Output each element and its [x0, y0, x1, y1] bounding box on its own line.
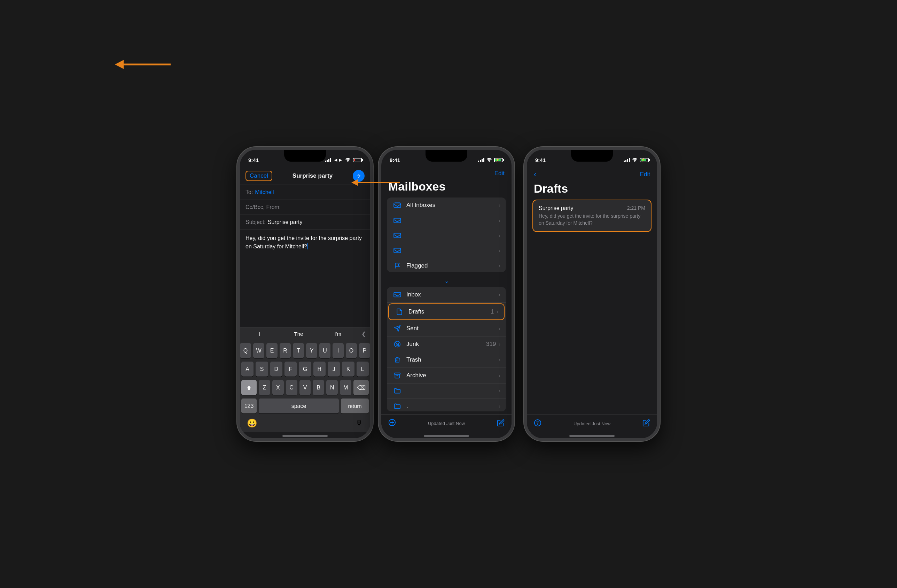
battery-icon-2: ⚡: [494, 158, 503, 162]
key-i[interactable]: I: [332, 343, 344, 358]
expand-chevron[interactable]: ⌄: [381, 275, 511, 287]
mic-icon[interactable]: 🎙: [355, 419, 363, 428]
mailbox-item-inbox3[interactable]: ›: [387, 243, 506, 258]
key-u[interactable]: U: [319, 343, 331, 358]
draft-time: 2:21 PM: [627, 205, 645, 211]
archive-icon: [392, 372, 402, 379]
autocomplete-close[interactable]: ❮: [357, 331, 370, 337]
filter-icon-3[interactable]: [534, 419, 542, 428]
key-q[interactable]: Q: [240, 343, 251, 358]
key-g[interactable]: G: [299, 361, 311, 377]
key-return[interactable]: return: [341, 398, 369, 413]
mailbox-item-sent[interactable]: Sent ›: [387, 321, 506, 337]
mailboxes-edit-button[interactable]: Edit: [494, 170, 505, 177]
svg-point-20: [634, 161, 635, 162]
key-s[interactable]: S: [256, 361, 268, 377]
mailbox-label-inbox: Inbox: [406, 291, 499, 298]
text-cursor: [308, 243, 308, 250]
key-b[interactable]: B: [313, 380, 324, 395]
status-bar-1: 9:41 ◄►: [240, 150, 370, 167]
inbox3-icon: [392, 247, 402, 254]
cancel-button[interactable]: Cancel: [245, 171, 272, 181]
mailbox-item-inbox2[interactable]: ›: [387, 228, 506, 243]
mailbox-item-drafts[interactable]: Drafts 1 ›: [388, 303, 505, 320]
mailbox-item-folder1[interactable]: ›: [387, 384, 506, 398]
key-z[interactable]: Z: [259, 380, 270, 395]
emoji-icon[interactable]: 😀: [247, 418, 257, 428]
key-k[interactable]: K: [342, 361, 354, 377]
mailbox-label-all-inboxes: All Inboxes: [406, 202, 499, 209]
key-l[interactable]: L: [357, 361, 369, 377]
key-d[interactable]: D: [270, 361, 282, 377]
signal-icon-2: [478, 158, 484, 162]
key-o[interactable]: O: [346, 343, 357, 358]
sent-icon: [392, 325, 402, 332]
key-v[interactable]: V: [300, 380, 311, 395]
to-label: To:: [245, 189, 253, 195]
key-y[interactable]: Y: [306, 343, 317, 358]
chevron-inbox: ›: [499, 292, 501, 297]
key-num[interactable]: 123: [241, 398, 257, 413]
key-r[interactable]: R: [280, 343, 291, 358]
home-indicator-2: [424, 435, 469, 437]
home-indicator-3: [569, 435, 615, 437]
mailbox-item-trash[interactable]: Trash ›: [387, 352, 506, 368]
mailbox-label-archive: Archive: [406, 372, 499, 379]
folder2-icon: [392, 403, 402, 409]
key-p[interactable]: P: [359, 343, 370, 358]
filter-icon-2[interactable]: [388, 419, 396, 428]
key-m[interactable]: M: [340, 380, 351, 395]
key-delete[interactable]: ⌫: [354, 380, 369, 395]
mailbox-label-sent: Sent: [406, 325, 499, 332]
compose-icon-2[interactable]: [497, 419, 505, 428]
back-button[interactable]: ‹: [534, 170, 536, 179]
key-row-2: A S D F G H J K L: [241, 361, 369, 377]
drafts-edit-button[interactable]: Edit: [640, 171, 650, 178]
drafts-title: Drafts: [527, 182, 657, 200]
key-w[interactable]: W: [253, 343, 264, 358]
draft-subject: Surprise party: [539, 205, 574, 211]
key-n[interactable]: N: [326, 380, 338, 395]
key-shift[interactable]: [241, 380, 257, 395]
battery-icon-3: ⚡: [640, 158, 649, 162]
mailbox-item-folder2[interactable]: . ›: [387, 398, 506, 411]
mailbox-label-junk: Junk: [406, 341, 486, 348]
key-x[interactable]: X: [272, 380, 284, 395]
key-c[interactable]: C: [286, 380, 297, 395]
compose-icon-3[interactable]: [643, 419, 650, 428]
mailbox-item-inbox[interactable]: Inbox ›: [387, 287, 506, 303]
mailboxes-footer-text: Updated Just Now: [428, 421, 465, 426]
compose-title: Surprise party: [272, 172, 353, 179]
key-space[interactable]: space: [259, 398, 339, 413]
cc-field[interactable]: Cc/Bcc, From:: [240, 200, 370, 215]
mailbox-item-inbox1[interactable]: ›: [387, 213, 506, 228]
compose-body[interactable]: Hey, did you get the invite for the surp…: [240, 230, 370, 328]
mailbox-item-all-inboxes[interactable]: All Inboxes ›: [387, 198, 506, 213]
mailbox-section-1: All Inboxes › ›: [387, 198, 506, 272]
key-e[interactable]: E: [266, 343, 277, 358]
autocomplete-word-3[interactable]: I'm: [318, 331, 357, 337]
subject-field[interactable]: Subject: Surprise party: [240, 215, 370, 230]
key-f[interactable]: F: [285, 361, 297, 377]
draft-item-surprise-party[interactable]: Surprise party 2:21 PM Hey, did you get …: [533, 200, 652, 232]
status-icons-1: ◄►: [325, 157, 362, 163]
autocomplete-word-2[interactable]: The: [279, 331, 318, 337]
key-t[interactable]: T: [293, 343, 304, 358]
chevron-inbox1: ›: [499, 218, 501, 223]
inbox2-icon: [392, 232, 402, 239]
key-a[interactable]: A: [241, 361, 254, 377]
svg-line-13: [395, 342, 400, 346]
key-j[interactable]: J: [328, 361, 340, 377]
mailbox-section-2: Inbox › Drafts 1 ›: [387, 287, 506, 411]
mailbox-item-flagged[interactable]: Flagged ›: [387, 258, 506, 272]
autocomplete-word-1[interactable]: I: [240, 331, 279, 337]
mailbox-item-archive[interactable]: Archive ›: [387, 368, 506, 384]
chevron-junk: ›: [499, 341, 501, 347]
phone1: 9:41 ◄►: [237, 147, 373, 441]
key-h[interactable]: H: [314, 361, 326, 377]
to-value: Mitchell: [255, 189, 274, 195]
chevron-drafts: ›: [497, 309, 498, 315]
svg-rect-15: [395, 373, 400, 374]
mailbox-item-junk[interactable]: Junk 319 ›: [387, 337, 506, 352]
svg-point-0: [347, 161, 349, 162]
